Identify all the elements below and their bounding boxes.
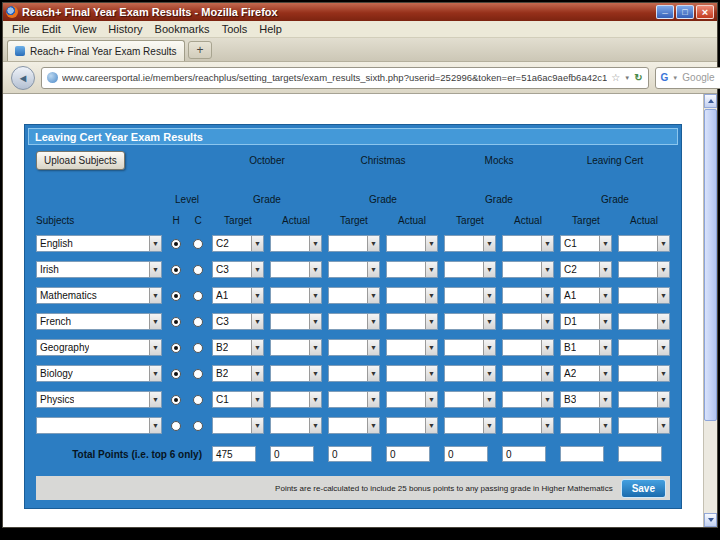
save-button[interactable]: Save — [621, 479, 666, 498]
leaving-cert-actual-select[interactable] — [618, 365, 670, 382]
level-c-radio[interactable] — [193, 421, 203, 431]
christmas-target-select[interactable] — [328, 365, 380, 382]
leaving-cert-actual-select[interactable] — [618, 339, 670, 356]
back-button[interactable] — [11, 66, 35, 90]
october-target-select[interactable]: B2 — [212, 339, 264, 356]
level-h-radio[interactable] — [171, 421, 181, 431]
mocks-target-select[interactable] — [444, 365, 496, 382]
leaving-cert-actual-select[interactable] — [618, 287, 670, 304]
christmas-actual-select[interactable] — [386, 417, 438, 434]
leaving-cert-target-select[interactable] — [560, 417, 612, 434]
new-tab-button[interactable]: + — [188, 41, 212, 59]
menu-edit[interactable]: Edit — [37, 22, 66, 36]
level-h-radio[interactable] — [171, 291, 181, 301]
level-h-radio[interactable] — [171, 317, 181, 327]
leaving-cert-actual-select[interactable] — [618, 261, 670, 278]
scrollbar-thumb[interactable] — [704, 109, 717, 421]
october-target-select[interactable] — [212, 417, 264, 434]
christmas-target-select[interactable] — [328, 417, 380, 434]
search-bar[interactable]: Google — [655, 67, 720, 89]
mocks-actual-select[interactable] — [502, 417, 554, 434]
october-actual-select[interactable] — [270, 287, 322, 304]
october-target-select[interactable]: C1 — [212, 391, 264, 408]
menu-tools[interactable]: Tools — [217, 22, 253, 36]
christmas-actual-select[interactable] — [386, 287, 438, 304]
christmas-actual-select[interactable] — [386, 339, 438, 356]
christmas-actual-select[interactable] — [386, 391, 438, 408]
level-c-radio[interactable] — [193, 317, 203, 327]
leaving-cert-target-select[interactable]: D1 — [560, 313, 612, 330]
october-target-select[interactable]: C2 — [212, 235, 264, 252]
leaving-cert-target-select[interactable]: B1 — [560, 339, 612, 356]
subject-select[interactable]: English — [36, 235, 162, 252]
christmas-target-select[interactable] — [328, 235, 380, 252]
menu-history[interactable]: History — [103, 22, 147, 36]
mocks-actual-select[interactable] — [502, 287, 554, 304]
subject-select[interactable]: Physics — [36, 391, 162, 408]
total-points-input[interactable]: 0 — [502, 446, 546, 462]
vertical-scrollbar[interactable] — [703, 94, 717, 527]
level-h-radio[interactable] — [171, 239, 181, 249]
christmas-target-select[interactable] — [328, 391, 380, 408]
october-actual-select[interactable] — [270, 417, 322, 434]
minimize-button[interactable] — [656, 5, 674, 19]
menu-bookmarks[interactable]: Bookmarks — [150, 22, 215, 36]
bookmark-star-icon[interactable] — [611, 72, 620, 83]
total-points-input[interactable] — [618, 446, 662, 462]
level-c-radio[interactable] — [193, 239, 203, 249]
mocks-target-select[interactable] — [444, 235, 496, 252]
total-points-input[interactable]: 0 — [328, 446, 372, 462]
total-points-input[interactable]: 475 — [212, 446, 256, 462]
subject-select[interactable] — [36, 417, 162, 434]
leaving-cert-target-select[interactable]: B3 — [560, 391, 612, 408]
christmas-actual-select[interactable] — [386, 365, 438, 382]
level-c-radio[interactable] — [193, 369, 203, 379]
christmas-actual-select[interactable] — [386, 313, 438, 330]
leaving-cert-actual-select[interactable] — [618, 235, 670, 252]
october-target-select[interactable]: C3 — [212, 313, 264, 330]
close-button[interactable] — [696, 5, 714, 19]
mocks-target-select[interactable] — [444, 339, 496, 356]
leaving-cert-target-select[interactable]: A1 — [560, 287, 612, 304]
chevron-down-icon[interactable] — [624, 75, 630, 81]
menu-help[interactable]: Help — [254, 22, 287, 36]
mocks-actual-select[interactable] — [502, 391, 554, 408]
october-target-select[interactable]: C3 — [212, 261, 264, 278]
october-actual-select[interactable] — [270, 339, 322, 356]
level-h-radio[interactable] — [171, 395, 181, 405]
menu-view[interactable]: View — [68, 22, 102, 36]
christmas-target-select[interactable] — [328, 313, 380, 330]
leaving-cert-actual-select[interactable] — [618, 391, 670, 408]
leaving-cert-target-select[interactable]: C2 — [560, 261, 612, 278]
october-actual-select[interactable] — [270, 235, 322, 252]
mocks-target-select[interactable] — [444, 261, 496, 278]
christmas-target-select[interactable] — [328, 261, 380, 278]
mocks-actual-select[interactable] — [502, 313, 554, 330]
reload-icon[interactable] — [634, 72, 642, 83]
subject-select[interactable]: Geography — [36, 339, 162, 356]
october-actual-select[interactable] — [270, 261, 322, 278]
leaving-cert-target-select[interactable]: A2 — [560, 365, 612, 382]
october-actual-select[interactable] — [270, 313, 322, 330]
upload-subjects-button[interactable]: Upload Subjects — [36, 151, 125, 170]
subject-select[interactable]: Irish — [36, 261, 162, 278]
menu-file[interactable]: File — [7, 22, 35, 36]
october-actual-select[interactable] — [270, 391, 322, 408]
christmas-actual-select[interactable] — [386, 235, 438, 252]
mocks-target-select[interactable] — [444, 391, 496, 408]
level-h-radio[interactable] — [171, 343, 181, 353]
mocks-target-select[interactable] — [444, 287, 496, 304]
total-points-input[interactable]: 0 — [444, 446, 488, 462]
october-actual-select[interactable] — [270, 365, 322, 382]
mocks-actual-select[interactable] — [502, 339, 554, 356]
level-c-radio[interactable] — [193, 343, 203, 353]
maximize-button[interactable] — [676, 5, 694, 19]
level-c-radio[interactable] — [193, 265, 203, 275]
leaving-cert-target-select[interactable]: C1 — [560, 235, 612, 252]
level-h-radio[interactable] — [171, 369, 181, 379]
leaving-cert-actual-select[interactable] — [618, 313, 670, 330]
mocks-actual-select[interactable] — [502, 365, 554, 382]
address-bar[interactable]: www.careersportal.ie/members/reachplus/s… — [41, 67, 649, 89]
active-tab[interactable]: Reach+ Final Year Exam Results — [7, 40, 185, 61]
subject-select[interactable]: Mathematics — [36, 287, 162, 304]
